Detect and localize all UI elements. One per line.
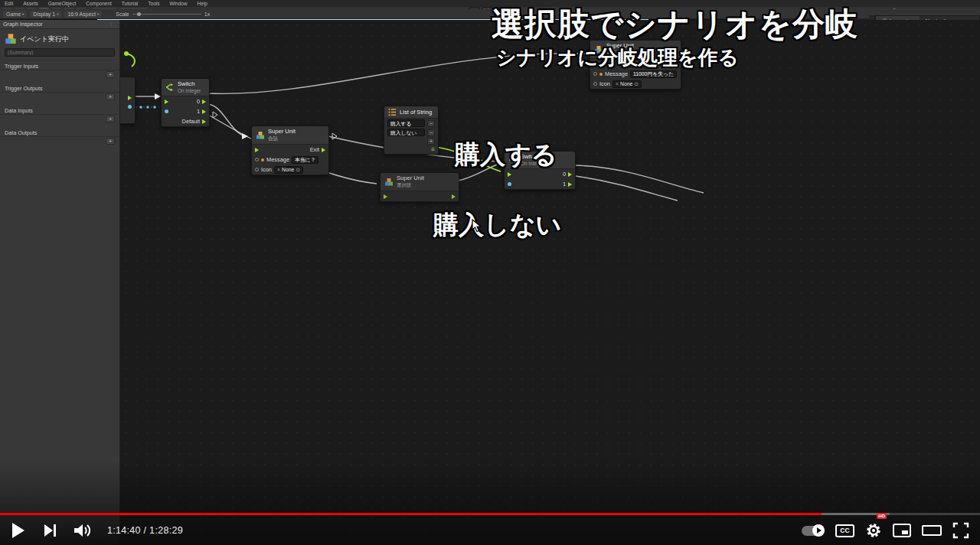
scale-slider[interactable] [132,14,201,15]
menu-item[interactable]: Help [198,1,207,6]
scale-value: 1x [204,11,210,17]
yt-volume-button[interactable] [66,516,100,545]
data-port[interactable] [255,168,259,171]
mouse-cursor [472,219,482,233]
scale-label: Scale [116,11,129,17]
menu-item[interactable]: GameObject [48,1,77,6]
message-port-icon [261,158,264,162]
menu-item[interactable]: Tutorial [122,1,138,6]
graph-unit-name: イベント実行中 [20,34,69,44]
list-item-1[interactable]: 購入しない [387,129,425,136]
game-option-buy: 購入する [455,138,557,172]
icon-object-field[interactable]: ×None⊙ [612,80,642,88]
node-super-unit-sentakushi[interactable]: Super Unit選択肢 [380,172,459,202]
message-field[interactable]: 11000円を失った [630,70,677,78]
menu-item[interactable]: Tools [148,1,159,6]
menu-item[interactable]: Edit [5,1,13,6]
menu-item[interactable]: Assets [23,1,38,6]
out-0-port[interactable] [568,172,572,177]
super-unit-icon [256,131,265,140]
list-output-icon[interactable]: ≡ [431,146,435,153]
summary-input[interactable] [5,50,114,55]
gear-icon [865,522,882,539]
exec-in-port[interactable] [165,100,168,104]
icon-object-field[interactable]: ×None⊙ [274,166,303,174]
add-port-button[interactable]: + [106,138,115,145]
data-port[interactable] [593,82,597,86]
yt-play-button[interactable] [0,516,35,545]
node-switch-on-integer[interactable]: SwitchOn Integer 0 1 Default [161,78,210,127]
node-list-of-string[interactable]: List of String 購入する− 購入しない− + ≡ [384,106,439,155]
script-graph-panel: Script Graph Script Graph Script Graph i… [0,328,737,530]
add-port-button[interactable]: + [106,71,115,78]
node-super-unit-kaiwa-1[interactable]: Super Unit会話 Exit Message本当に？ Icon×None⊙ [251,126,329,175]
yt-right-controls: CC HD [802,516,980,545]
out-default-port[interactable] [202,119,206,124]
out-0-port[interactable] [202,100,206,104]
yt-autoplay-toggle[interactable] [802,526,825,536]
menu-item[interactable]: Component [86,1,112,6]
data-port[interactable] [255,158,259,162]
graph-canvas[interactable]: SwitchOn Integer 0 1 Default Super Unit会… [120,20,980,545]
summary-field[interactable] [5,48,115,57]
switch-icon [165,83,175,91]
yt-theater-button[interactable] [922,516,942,545]
aspect-dropdown[interactable]: 16:9 Aspect▾ [64,11,102,18]
menu-item[interactable]: Window [169,1,187,6]
yt-progress-bar[interactable] [0,513,980,515]
int-in-port[interactable] [165,109,168,113]
panel-icons[interactable]: ⋮ [109,21,116,27]
graph-io-section: Trigger Outputs + [0,84,119,101]
message-field[interactable]: 本当に？ [292,156,318,164]
graph-io-section: Data Inputs + [0,106,119,123]
yt-miniplayer-button[interactable] [893,516,911,545]
data-port[interactable] [593,72,597,76]
remove-item-button[interactable]: − [427,129,435,136]
super-unit-icon [5,33,17,45]
yt-fullscreen-button[interactable] [952,516,969,545]
yt-settings-button[interactable]: HD [865,516,882,545]
hd-badge: HD [877,513,887,519]
graph-inspector: Graph Inspector ⋮ イベント実行中 Trigger Inputs… [0,20,120,545]
super-unit-icon [384,178,394,187]
display-dropdown[interactable]: Display 1▾ [30,11,61,18]
caption-title: 選択肢でシナリオを分岐 [492,3,858,46]
yt-subtitles-button[interactable]: CC [835,524,854,537]
graph-io-section: Data Outputs + [0,129,119,145]
out-1-port[interactable] [202,109,206,114]
list-icon [388,108,397,116]
exit-port[interactable] [322,148,325,152]
exec-in-port[interactable] [508,172,511,177]
youtube-video-frame: EditAssetsGameObjectComponentTutorialToo… [0,0,980,545]
remove-item-button[interactable]: − [427,120,435,127]
game-option-no-buy: 購入しない [433,208,561,243]
caption-subtitle: シナリオに分岐処理を作る [496,44,738,71]
node-partial[interactable] [120,77,136,124]
enter-port[interactable] [384,194,387,199]
add-port-button[interactable]: + [106,93,115,100]
object-picker-icon[interactable]: ⊙ [296,166,300,173]
add-port-button[interactable]: + [106,116,115,122]
enter-port[interactable] [255,148,259,152]
object-picker-icon[interactable]: ⊙ [634,80,639,87]
message-port-icon [599,73,603,76]
out-1-port[interactable] [568,182,572,187]
graph-io-section: Trigger Inputs + [0,62,119,79]
yt-time-display: 1:14:40 / 1:28:29 [107,525,183,536]
exit-port[interactable] [452,194,456,199]
game-menu-dropdown[interactable]: Game▾ [3,11,27,18]
int-in-port[interactable] [508,182,511,186]
graph-inspector-title: Graph Inspector [3,21,43,28]
yt-control-bar: 1:14:40 / 1:28:29 CC HD [0,516,980,545]
yt-played-bar [0,513,822,515]
yt-next-button[interactable] [35,516,66,545]
list-item-0[interactable]: 購入する [387,119,425,127]
add-item-button[interactable]: + [427,138,435,145]
